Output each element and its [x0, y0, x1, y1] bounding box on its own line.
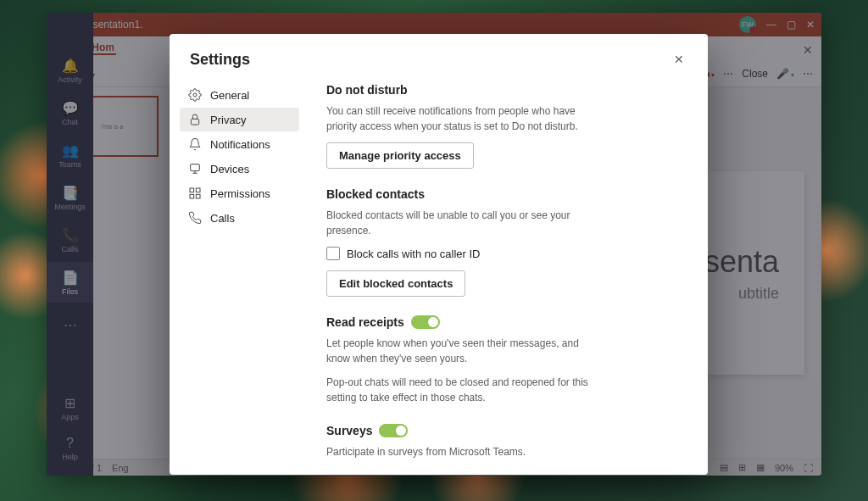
settings-nav-permissions[interactable]: Permissions — [180, 181, 299, 205]
surveys-toggle[interactable] — [379, 424, 408, 437]
bell-icon — [188, 137, 202, 151]
manage-priority-access-button[interactable]: Manage priority access — [326, 142, 474, 169]
grid-icon — [188, 186, 202, 200]
close-icon[interactable]: ✕ — [670, 49, 687, 70]
settings-nav-calls[interactable]: Calls — [180, 206, 299, 230]
dnd-desc: You can still receive notifications from… — [326, 103, 589, 134]
monitor-icon — [188, 162, 202, 175]
nav-label: Calls — [210, 212, 235, 225]
svg-rect-2 — [191, 164, 200, 171]
settings-title: Settings — [190, 51, 250, 69]
settings-nav-general[interactable]: General — [180, 83, 299, 107]
svg-rect-6 — [196, 194, 200, 198]
svg-rect-5 — [190, 194, 194, 198]
surveys-section: Surveys Participate in surveys from Micr… — [326, 424, 684, 459]
nav-label: Notifications — [210, 138, 270, 151]
nav-label: General — [210, 89, 249, 102]
blocked-title: Blocked contacts — [326, 187, 684, 201]
settings-dialog: Settings ✕ GeneralPrivacyNotificationsDe… — [170, 34, 708, 475]
dnd-section: Do not disturb You can still receive not… — [326, 83, 684, 169]
surveys-title: Surveys — [326, 424, 372, 437]
blocked-section: Blocked contacts Blocked contacts will b… — [326, 187, 684, 297]
svg-point-0 — [193, 93, 197, 97]
settings-nav-privacy[interactable]: Privacy — [180, 108, 299, 131]
surveys-desc: Participate in surveys from Microsoft Te… — [326, 444, 589, 459]
gear-icon — [188, 88, 202, 102]
read-receipts-desc2: Pop-out chats will need to be closed and… — [326, 375, 589, 405]
blocked-desc: Blocked contacts will be unable to call … — [326, 208, 589, 238]
svg-rect-3 — [190, 188, 194, 192]
edit-blocked-contacts-button[interactable]: Edit blocked contacts — [326, 270, 465, 297]
read-receipts-desc1: Let people know when you've seen their m… — [326, 336, 589, 366]
settings-nav-devices[interactable]: Devices — [180, 157, 299, 181]
block-nocallerid-label: Block calls with no caller ID — [347, 248, 481, 260]
dnd-title: Do not disturb — [326, 83, 684, 97]
nav-label: Privacy — [210, 114, 247, 126]
settings-nav: GeneralPrivacyNotificationsDevicesPermis… — [170, 76, 309, 475]
read-receipts-toggle[interactable] — [411, 315, 440, 329]
nav-label: Permissions — [210, 187, 270, 200]
read-receipts-title: Read receipts — [326, 315, 404, 329]
svg-rect-1 — [191, 119, 198, 125]
block-nocallerid-checkbox[interactable] — [326, 247, 340, 260]
svg-rect-4 — [196, 188, 200, 192]
nav-label: Devices — [210, 163, 249, 175]
settings-content: Do not disturb You can still receive not… — [309, 76, 708, 475]
lock-icon — [188, 113, 202, 126]
read-receipts-section: Read receipts Let people know when you'v… — [326, 315, 684, 405]
settings-nav-notifications[interactable]: Notifications — [180, 132, 299, 156]
phone-icon — [188, 211, 202, 225]
